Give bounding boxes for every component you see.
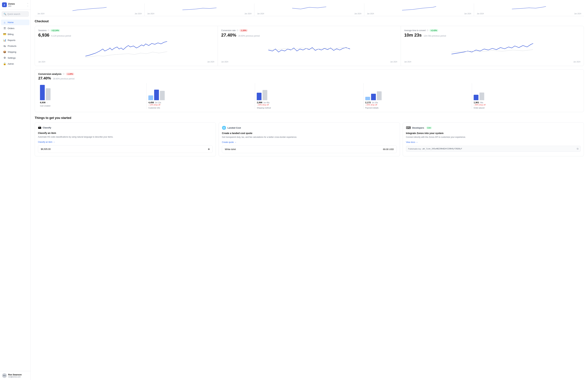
view-docs-link-text: View docs xyxy=(406,141,415,143)
sessions-value: 6,936 xyxy=(38,33,49,38)
mini-chart-svg-4 xyxy=(367,5,471,12)
sidebar-item-settings-label: Settings xyxy=(8,57,16,59)
landed-cost-icon: 🌐 xyxy=(222,126,226,130)
mini-chart-svg-3 xyxy=(257,5,361,12)
bar-time-cart: – xyxy=(47,102,48,104)
classify-brand-label: Classify xyxy=(43,126,51,129)
chart-dates-1: Jan 2024 Jan 2024 xyxy=(38,13,142,15)
billing-icon: 💳 xyxy=(3,33,6,36)
sessions-badge: +12.24% xyxy=(50,29,60,32)
sidebar-item-billing[interactable]: 💳 Billing xyxy=(1,31,29,37)
sidebar-item-products-label: Products xyxy=(8,45,16,47)
sidebar-item-admin[interactable]: 🔒 Admin xyxy=(1,61,29,67)
funnel-step-payment: 2,172 1m 23s ↓ 25% drop off Payment deta… xyxy=(364,83,472,109)
view-docs-link[interactable]: View docs → xyxy=(406,141,581,143)
brand-id: 909 xyxy=(8,5,15,7)
item-price-white-shirt: 69.00 USD xyxy=(383,148,394,151)
drop-text-shipping: 19% drop off xyxy=(258,104,269,106)
sidebar-item-orders[interactable]: ☰ Orders xyxy=(1,25,29,31)
conversion-analysis-info-icon: ⓘ xyxy=(63,73,64,75)
funnel-step-order: 1,901 56s ↓ 30% drop off Order placed xyxy=(472,83,580,109)
drop-text-payment: 25% drop off xyxy=(366,104,377,106)
conversion-analysis-value: 27.40% xyxy=(38,76,51,80)
sidebar-item-products[interactable]: 🛍 Products xyxy=(1,43,29,49)
conversion-rate-value: 27.40% xyxy=(221,33,236,38)
bar-container-payment xyxy=(365,83,382,100)
bar-stats-shipping: 2,896 1m 45s xyxy=(257,101,269,104)
classify-link[interactable]: Classify an item → xyxy=(38,141,213,143)
developers-card: ⌨ Developers Live Integrate Zonos into y… xyxy=(403,122,584,156)
bar-count-payment: 2,172 xyxy=(365,101,371,104)
classify-item-icon: ⊕ xyxy=(208,148,210,150)
sidebar-item-settings[interactable]: ⚙ Settings xyxy=(1,55,29,61)
create-quote-link[interactable]: Create quote → xyxy=(222,141,397,143)
bar-drop-customer: ↓ 13% drop off xyxy=(148,104,160,106)
avg-time-badge: +2.43% xyxy=(429,29,438,32)
conversion-rate-info-icon: ⓘ xyxy=(237,29,238,32)
conversion-analysis-title: Conversion analysis xyxy=(38,73,61,75)
bar-drop-shipping: ↓ 19% drop off xyxy=(257,104,269,106)
bar-count-customer: 4,456 xyxy=(148,101,154,104)
products-icon: 🛍 xyxy=(3,45,6,47)
bar-light-blue-customer xyxy=(148,95,153,100)
bar-drop-payment: ↓ 25% drop off xyxy=(365,104,377,106)
view-docs-link-arrow: → xyxy=(416,141,418,143)
classify-icon: 🏔 xyxy=(38,126,41,130)
bar-container-shipping xyxy=(257,83,267,100)
quick-search-label: Quick search xyxy=(7,13,20,15)
quick-search-bar[interactable]: 🔍 Quick search xyxy=(2,11,29,17)
bar-blue-cart xyxy=(40,85,45,100)
bar-stats-cart: 6,936 – xyxy=(40,101,48,104)
brand-avatar: Z xyxy=(2,2,7,7)
sidebar-item-reports-label: Reports xyxy=(8,39,16,41)
sessions-card: Sessions ⓘ +12.24% 6,936 6,124 previous … xyxy=(35,26,218,66)
bar-count-order: 1,901 xyxy=(474,101,479,104)
sessions-prev: 6,124 previous period xyxy=(51,35,71,37)
checkout-title: Checkout xyxy=(35,19,584,23)
drop-arrow-icon-2: ↓ xyxy=(257,104,258,106)
classify-item-preview: $6,505.00 ⊕ xyxy=(38,145,213,153)
sessions-header: Sessions ⓘ +12.24% xyxy=(38,29,214,32)
landed-cost-card-desc: Get transparent duty, tax, and fee calcu… xyxy=(222,135,397,139)
checkout-metrics: Sessions ⓘ +12.24% 6,936 6,124 previous … xyxy=(35,26,584,66)
chart-dates-4: Jan 2024 Jan 2024 xyxy=(367,13,471,15)
sidebar-item-orders-label: Orders xyxy=(8,27,15,30)
conversion-rate-card: Conversion rate ⓘ -1.20% 27.40% 28.60% p… xyxy=(218,26,401,66)
bar-blue-payment xyxy=(371,94,376,100)
sessions-chart xyxy=(38,40,214,60)
conversion-analysis-header: Conversion analysis ⓘ -1.20% xyxy=(38,73,580,75)
bar-container-cart xyxy=(40,83,51,100)
bar-gray-customer xyxy=(160,91,165,100)
brand[interactable]: Z Zonos 909 xyxy=(2,2,15,7)
bar-blue-customer xyxy=(154,90,159,100)
top-charts-row: Jan 2024 Jan 2024 Jan 2024 Jan 2024 xyxy=(35,3,584,16)
copy-icon[interactable]: ⧉ xyxy=(577,147,578,150)
sidebar-item-home[interactable]: ⌂ Home xyxy=(1,19,29,25)
classify-icon-row: 🏔 Classify xyxy=(38,126,213,130)
started-section: Things to get you started 🏔 Classify Cla… xyxy=(35,116,584,156)
sidebar-item-reports[interactable]: 📊 Reports xyxy=(1,37,29,43)
sidebar-item-shipping[interactable]: 📦 Shipping xyxy=(1,49,29,55)
developers-card-desc: Connect directly with the Zonos API to c… xyxy=(406,135,581,139)
sessions-chart-dates: Jan 2024 Jan 2024 xyxy=(38,61,214,63)
bar-time-order: 56s xyxy=(480,102,483,104)
conversion-rate-header: Conversion rate ⓘ -1.20% xyxy=(221,29,397,32)
bar-label-shipping: Shipping method xyxy=(257,107,271,109)
bar-count-cart: 6,936 xyxy=(40,101,46,104)
classify-link-arrow: → xyxy=(53,141,55,143)
shipping-icon: 📦 xyxy=(3,50,6,53)
sessions-info-icon: ⓘ xyxy=(48,29,49,32)
conversion-rate-prev: 28.60% previous period xyxy=(238,35,260,37)
bar-container-customer xyxy=(148,83,165,100)
landed-cost-icon-row: 🌐 Landed Cost xyxy=(222,126,397,130)
bar-gray-payment xyxy=(377,91,382,100)
mini-chart-svg-2 xyxy=(147,5,252,12)
publishable-key-row: Publishable key pk_live_243u48239h82hf23… xyxy=(406,146,581,152)
landed-cost-card: 🌐 Landed Cost Create a landed cost quote… xyxy=(219,122,400,156)
top-chart-5: Jan 2024 Jan 2024 xyxy=(474,3,584,16)
chart-dates-3: Jan 2024 Jan 2024 xyxy=(257,13,361,15)
mini-chart-svg-1 xyxy=(38,5,142,12)
bar-stats-order: 1,901 56s xyxy=(474,101,483,104)
admin-icon: 🔒 xyxy=(3,62,6,65)
item-title-white-shirt: White tshirt xyxy=(225,148,236,151)
